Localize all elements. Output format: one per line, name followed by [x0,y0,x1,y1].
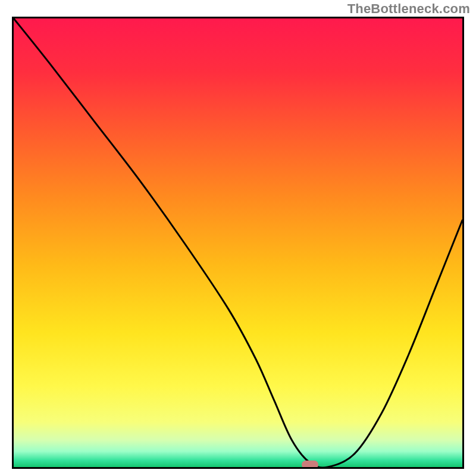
optimal-marker [302,461,318,469]
gradient-backdrop [14,18,462,467]
chart-container: TheBottleneck.com [0,0,476,476]
chart-svg [14,18,462,467]
watermark-text: TheBottleneck.com [347,1,470,17]
plot-area [12,17,464,469]
